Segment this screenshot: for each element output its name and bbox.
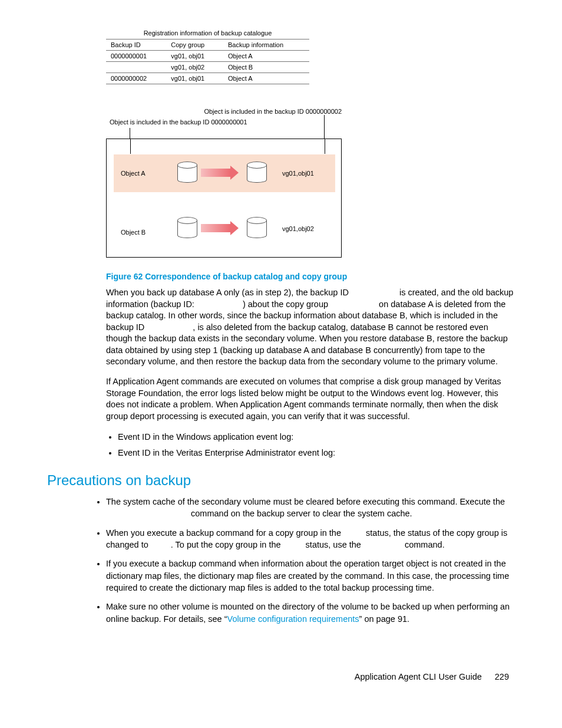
- cylinder-icon: [247, 217, 266, 241]
- diagram-top-annotation: Object is included in the backup ID 0000…: [189, 108, 342, 115]
- event-list: Event ID in the Windows application even…: [106, 430, 515, 459]
- annotation-line: [324, 115, 325, 139]
- correspondence-diagram: Object is included in the backup ID 0000…: [106, 108, 342, 258]
- th-copy-group: Copy group: [166, 39, 223, 51]
- precaution-item: When you execute a backup command for a …: [106, 527, 515, 551]
- page-number: 229: [495, 672, 509, 681]
- precaution-item: Make sure no other volume is mounted on …: [106, 601, 515, 625]
- th-backup-info: Backup information: [223, 39, 309, 51]
- diagram-sub-annotation: Object is included in the backup ID 0000…: [110, 118, 342, 126]
- cell: vg01, obj01: [166, 51, 223, 62]
- text: command on the backup server to clear th…: [189, 509, 412, 518]
- precaution-item: If you execute a backup command when inf…: [106, 558, 515, 594]
- target-b-label: vg01,obj02: [282, 225, 314, 232]
- cell: vg01, obj01: [166, 73, 223, 84]
- cell: Object B: [223, 62, 309, 73]
- catalogue-table-title: Registration information of backup catal…: [106, 29, 309, 37]
- cell: Object A: [223, 73, 309, 84]
- footer-title: Application Agent CLI User Guide: [355, 672, 482, 681]
- cell: vg01, obj02: [166, 62, 223, 73]
- th-backup-id: Backup ID: [106, 39, 166, 51]
- text: ” on page 91.: [359, 614, 409, 624]
- event-item: Event ID in the Veritas Enterprise Admin…: [118, 446, 515, 459]
- text: status, use the: [303, 540, 363, 549]
- event-item: Event ID in the Windows application even…: [118, 430, 515, 443]
- object-b-label: Object B: [121, 229, 146, 236]
- target-a-label: vg01,obj01: [282, 170, 314, 177]
- cell: [106, 62, 166, 73]
- cylinder-icon: [177, 217, 196, 241]
- text: , is also deleted from the backup catalo…: [106, 322, 508, 367]
- cell: 0000000002: [106, 73, 166, 84]
- cylinder-icon: [177, 162, 196, 185]
- annotation-line: [130, 139, 131, 154]
- precaution-item: The system cache of the secondary volume…: [106, 496, 515, 520]
- text: When you back up database A only (as in …: [106, 288, 351, 297]
- text: . To put the copy group in the: [171, 540, 283, 549]
- catalogue-table-block: Registration information of backup catal…: [106, 29, 309, 84]
- text: When you execute a backup command for a …: [106, 528, 343, 538]
- text: command.: [402, 540, 445, 549]
- text: ) about the copy group: [243, 299, 330, 309]
- cylinder-icon: [247, 162, 266, 185]
- arrow-icon: [201, 169, 230, 177]
- arrow-icon: [201, 224, 230, 232]
- precautions-list: The system cache of the secondary volume…: [94, 496, 515, 625]
- object-a-label: Object A: [121, 170, 146, 177]
- annotation-line: [130, 128, 130, 139]
- cell: 0000000001: [106, 51, 166, 62]
- text: The system cache of the secondary volume…: [106, 497, 505, 506]
- figure-caption: Figure 62 Correspondence of backup catal…: [106, 272, 515, 281]
- paragraph-1: When you back up database A only (as in …: [106, 287, 515, 368]
- cell: Object A: [223, 51, 309, 62]
- volume-config-link[interactable]: Volume configuration requirements: [227, 614, 359, 624]
- paragraph-2: If Application Agent commands are execut…: [106, 376, 515, 422]
- annotation-line: [325, 139, 325, 154]
- page-footer: Application Agent CLI User Guide 229: [47, 672, 515, 681]
- section-heading: Precautions on backup: [47, 472, 515, 489]
- catalogue-table: Backup ID Copy group Backup information …: [106, 39, 309, 84]
